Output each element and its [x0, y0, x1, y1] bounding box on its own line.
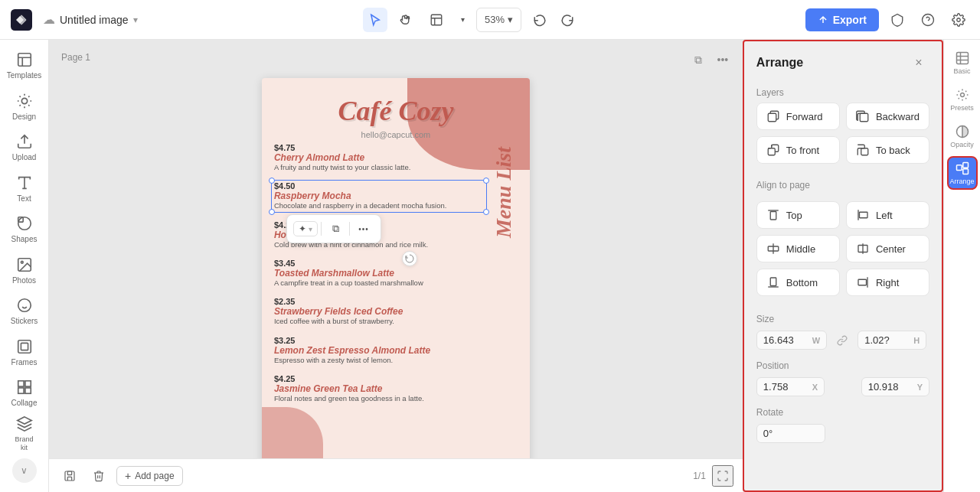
left-label: Left — [876, 210, 893, 221]
svg-point-3 — [957, 18, 961, 21]
backward-button[interactable]: Backward — [846, 103, 929, 130]
sidebar-item-upload[interactable]: Upload — [3, 128, 46, 168]
sidebar-item-upload-label: Upload — [12, 153, 37, 161]
align-right-button[interactable]: Right — [846, 269, 929, 296]
menu-item-1[interactable]: $4.50 Raspberry Mocha Chocolate and rasp… — [274, 181, 484, 210]
zoom-label: 53% — [485, 14, 505, 25]
pos-y-unit: Y — [917, 383, 923, 392]
menu-name-5: Lemon Zest Espresso Almond Latte — [274, 345, 484, 356]
position-section-label: Position — [744, 353, 942, 374]
sidebar-item-shapes[interactable]: Shapes — [3, 210, 46, 249]
title-area[interactable]: ☁ Untitled image ▾ — [43, 12, 138, 27]
mini-toolbar-more-button[interactable]: ••• — [353, 218, 374, 239]
document-title[interactable]: Untitled image — [60, 14, 129, 26]
panel-icon-opacity[interactable]: Opacity — [947, 119, 978, 153]
cafe-title[interactable]: Café Cozy — [338, 95, 453, 127]
svg-point-10 — [18, 299, 31, 312]
title-chevron-icon[interactable]: ▾ — [133, 15, 138, 25]
svg-rect-11 — [18, 340, 31, 354]
size-link-icon[interactable] — [833, 331, 851, 350]
size-h-input[interactable]: H — [858, 331, 926, 350]
panel-icon-presets[interactable]: Presets — [947, 83, 978, 116]
save-frame-button[interactable] — [58, 464, 81, 487]
mini-toolbar-style-select[interactable]: ✦ ▾ — [293, 221, 318, 236]
svg-rect-14 — [24, 381, 30, 386]
sidebar-collapse-button[interactable]: ∨ — [12, 458, 37, 483]
size-w-input[interactable]: W — [756, 331, 827, 350]
menu-item-6: $4.25 Jasmine Green Tea Latte Floral not… — [274, 374, 484, 403]
layers-buttons-grid: Forward Backward To front To back — [744, 103, 942, 173]
design-canvas[interactable]: Café Cozy hello@capcut.com Menu List $4.… — [262, 78, 530, 458]
handle-tr — [483, 178, 489, 184]
to-back-label: To back — [876, 145, 910, 156]
right-label: Right — [876, 277, 899, 288]
arrange-close-button[interactable]: × — [908, 52, 929, 73]
align-section-label: Align to page — [744, 174, 942, 195]
layers-section-label: Layers — [744, 81, 942, 103]
select-tool-button[interactable] — [363, 8, 387, 32]
menu-vertical-text[interactable]: Menu List — [492, 147, 516, 238]
panel-icon-opacity-label: Opacity — [950, 141, 974, 148]
undo-button[interactable] — [528, 8, 552, 32]
svg-point-9 — [21, 261, 23, 263]
layout-tool-button[interactable] — [424, 8, 449, 32]
pos-x-field[interactable] — [763, 381, 809, 393]
fullscreen-button[interactable] — [712, 465, 733, 487]
right-panel-area: Arrange × Layers Forward Backward To fro… — [743, 40, 980, 492]
pos-y-field[interactable] — [868, 381, 914, 393]
svg-rect-4 — [18, 54, 31, 67]
forward-button[interactable]: Forward — [756, 103, 840, 130]
to-back-button[interactable]: To back — [846, 136, 929, 164]
add-page-button[interactable]: + Add page — [116, 466, 183, 486]
sidebar-item-brand[interactable]: Brandkit — [3, 415, 46, 455]
settings-button[interactable] — [946, 8, 971, 32]
pos-x-unit: X — [812, 383, 818, 392]
align-left-button[interactable]: Left — [846, 201, 929, 229]
hand-tool-button[interactable] — [394, 8, 418, 32]
svg-rect-12 — [21, 343, 28, 350]
size-w-field[interactable] — [763, 334, 809, 346]
help-button[interactable] — [916, 8, 940, 32]
rotate-input[interactable] — [756, 424, 825, 443]
align-center-button[interactable]: Center — [846, 235, 929, 262]
shield-button[interactable] — [885, 8, 910, 32]
export-button[interactable]: Export — [805, 8, 879, 31]
page-more-button[interactable]: ••• — [712, 49, 733, 70]
zoom-control[interactable]: 53% ▾ — [476, 8, 521, 32]
sidebar-item-design-label: Design — [12, 112, 36, 121]
align-top-button[interactable]: Top — [756, 201, 840, 229]
sidebar-item-collage[interactable]: Collage — [3, 373, 46, 413]
sidebar-item-design[interactable]: Design — [3, 87, 46, 127]
panel-icon-arrange[interactable]: Arrange — [947, 156, 978, 190]
page-copy-button[interactable]: ⧉ — [688, 49, 709, 70]
panel-icon-presets-label: Presets — [950, 104, 974, 112]
menu-desc-4: Iced coffee with a burst of strawberry. — [274, 317, 484, 326]
pos-y-input[interactable]: Y — [861, 377, 929, 396]
pos-x-input[interactable]: X — [756, 377, 825, 396]
menu-items-list: $4.75 Cherry Almond Latte A fruity and n… — [274, 143, 484, 412]
layout-chevron-button[interactable]: ▾ — [455, 8, 470, 32]
zoom-chevron-icon: ▾ — [508, 14, 513, 25]
mini-toolbar-copy-button[interactable]: ⧉ — [325, 218, 346, 239]
to-front-button[interactable]: To front — [756, 136, 840, 164]
svg-rect-22 — [861, 148, 868, 155]
redo-button[interactable] — [555, 8, 580, 32]
sidebar-item-stickers[interactable]: Stickers — [3, 292, 46, 331]
panel-icon-basic[interactable]: Basic — [947, 46, 978, 80]
rotate-handle[interactable] — [402, 251, 417, 266]
svg-rect-32 — [956, 165, 962, 171]
bottom-bar: + Add page 1/1 — [49, 458, 743, 492]
sidebar-item-frames[interactable]: Frames — [3, 333, 46, 373]
align-middle-button[interactable]: Middle — [756, 235, 840, 262]
sidebar-item-templates[interactable]: Templates — [3, 46, 46, 86]
canvas-main[interactable]: Page 1 ⧉ ••• Café Cozy hello@capcut.com … — [49, 40, 743, 458]
sidebar-item-photos[interactable]: Photos — [3, 251, 46, 291]
rotate-field[interactable] — [763, 428, 809, 439]
logo[interactable] — [9, 8, 34, 32]
sidebar-item-text[interactable]: Text — [3, 169, 46, 209]
size-h-field[interactable] — [864, 334, 910, 346]
align-bottom-button[interactable]: Bottom — [756, 269, 840, 296]
svg-rect-13 — [18, 381, 23, 386]
delete-button[interactable] — [87, 464, 110, 487]
svg-rect-28 — [858, 279, 867, 285]
